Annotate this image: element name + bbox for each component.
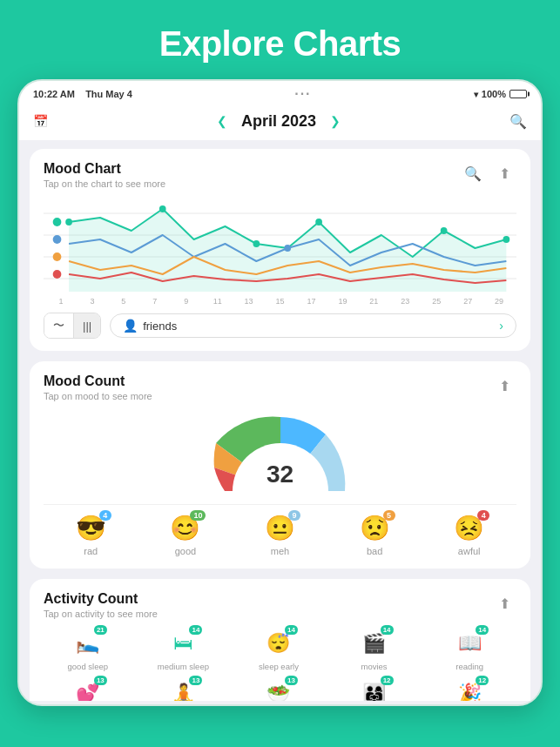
chart-label-3: 3	[77, 297, 108, 306]
nav-month-year: April 2023	[241, 112, 316, 131]
activity-count-subtitle: Tap on activity to see more	[44, 609, 158, 619]
activity-item-sleep-early[interactable]: 😴 14 sleep early	[234, 628, 323, 671]
relax-badge: 13	[189, 676, 202, 685]
activity-icon-wrap: 🥗 13	[263, 678, 294, 701]
sleep-early-icon: 😴	[267, 632, 290, 655]
mood-label-good: good	[175, 546, 196, 556]
status-right: ▾ 100%	[474, 89, 527, 99]
chart-label-27: 27	[452, 297, 483, 306]
line-chart-button[interactable]: 〜	[44, 313, 73, 338]
svg-point-13	[53, 252, 62, 261]
status-time: 10:22 AM Thu May 4	[33, 89, 132, 99]
status-dots: ···	[294, 86, 311, 102]
chart-x-labels: 1 3 5 7 9 11 13 15 17 19 21 23 25 27 29	[44, 297, 516, 306]
battery-percent: 100%	[482, 89, 506, 99]
mood-item-bad[interactable]: 😟 5 bad	[360, 514, 390, 556]
activity-item-medium-sleep[interactable]: 🛏 14 medium sleep	[139, 628, 228, 671]
svg-point-7	[315, 219, 322, 225]
prev-month-button[interactable]: ❮	[210, 109, 234, 133]
mood-badge-rad: 4	[99, 510, 111, 521]
chart-toggle[interactable]: 〜 |||	[44, 313, 101, 339]
wifi-icon: ▾	[474, 90, 478, 99]
svg-point-8	[441, 227, 448, 234]
activity-item-eat-healthy[interactable]: 🥗 13 eat healthy	[234, 678, 323, 701]
eat-healthy-icon: 🥗	[267, 683, 290, 701]
date-icon: 💕	[76, 683, 99, 701]
good-sleep-icon: 🛌	[76, 632, 99, 655]
mood-badge-good: 10	[190, 510, 206, 521]
party-icon: 🎉	[458, 683, 482, 701]
next-month-button[interactable]: ❯	[323, 109, 347, 133]
share-icon[interactable]: ⬆	[492, 161, 516, 185]
friends-filter-button[interactable]: 👤 friends ›	[110, 313, 516, 338]
mood-item-good[interactable]: 😊 10 good	[170, 514, 200, 556]
activity-item-party[interactable]: 🎉 12 party	[425, 678, 514, 701]
activity-icon-wrap: 🛏 14	[167, 628, 199, 659]
mood-label-awful: awful	[458, 546, 481, 556]
chart-label-13: 13	[233, 297, 265, 306]
mood-item-rad[interactable]: 😎 4 rad	[76, 514, 106, 556]
mood-item-awful[interactable]: 😣 4 awful	[454, 514, 484, 556]
activity-item-family[interactable]: 👨‍👩‍👧 12 family	[330, 678, 419, 701]
activity-count-title: Activity Count	[44, 591, 158, 607]
activity-icon-wrap: 🎬 14	[359, 628, 390, 659]
sleep-early-label: sleep early	[259, 662, 299, 671]
activity-item-date[interactable]: 💕 13 date	[44, 678, 132, 701]
friends-arrow-icon: ›	[499, 319, 503, 333]
mood-chart-card: Mood Chart Tap on the chart to see more …	[30, 149, 530, 351]
activity-count-titles: Activity Count Tap on activity to see mo…	[44, 591, 158, 619]
mood-count-titles: Mood Count Tap on mood to see more	[44, 374, 152, 401]
relax-icon: 🧘	[172, 683, 195, 701]
mood-count-header: Mood Count Tap on mood to see more ⬆	[44, 374, 516, 401]
chart-label-11: 11	[202, 297, 233, 306]
eat-healthy-badge: 13	[285, 676, 298, 685]
family-icon: 👨‍👩‍👧	[362, 683, 386, 701]
svg-point-5	[159, 205, 166, 212]
mood-chart-actions: 🔍 ⬆	[461, 161, 516, 185]
friends-icon: 👤	[123, 319, 138, 333]
activity-grid: 🛌 21 good sleep 🛏 14 medium sleep 😴 1	[44, 628, 516, 701]
good-sleep-label: good sleep	[68, 662, 108, 671]
chart-label-15: 15	[265, 297, 296, 306]
activity-icon-wrap: 💕 13	[72, 678, 104, 701]
scroll-area[interactable]: Mood Chart Tap on the chart to see more …	[19, 140, 541, 701]
svg-point-11	[53, 218, 62, 226]
svg-point-4	[65, 219, 72, 225]
mood-label-bad: bad	[367, 546, 382, 556]
medium-sleep-badge: 14	[189, 625, 202, 635]
date-badge: 13	[94, 676, 107, 685]
chart-label-1: 1	[45, 297, 77, 306]
chart-label-25: 25	[421, 297, 452, 306]
mood-count-share-icon[interactable]: ⬆	[492, 374, 516, 398]
movies-badge: 14	[381, 625, 394, 635]
medium-sleep-label: medium sleep	[158, 662, 209, 671]
activity-count-share-icon[interactable]: ⬆	[492, 591, 516, 616]
mood-donut-container: 32	[44, 408, 516, 495]
activity-item-movies[interactable]: 🎬 14 movies	[330, 628, 419, 671]
mood-chart-subtitle: Tap on the chart to see more	[44, 178, 165, 189]
mood-chart-header: Mood Chart Tap on the chart to see more …	[44, 161, 516, 189]
reading-label: reading	[455, 662, 483, 671]
movies-icon: 🎬	[362, 632, 386, 655]
mood-item-meh[interactable]: 😐 9 meh	[265, 514, 295, 556]
medium-sleep-icon: 🛏	[173, 632, 192, 655]
calendar-icon[interactable]: 📅	[33, 114, 48, 128]
search-icon[interactable]: 🔍	[509, 113, 527, 130]
zoom-icon[interactable]: 🔍	[461, 161, 485, 185]
svg-point-10	[284, 245, 291, 252]
mood-badge-meh: 9	[288, 510, 300, 521]
activity-item-reading[interactable]: 📖 14 reading	[425, 628, 514, 671]
nav-center: ❮ April 2023 ❯	[210, 109, 347, 133]
sleep-early-badge: 14	[285, 625, 298, 635]
friends-left: 👤 friends	[123, 319, 177, 333]
chart-label-29: 29	[483, 297, 515, 306]
activity-item-good-sleep[interactable]: 🛌 21 good sleep	[44, 628, 132, 671]
bar-chart-button[interactable]: |||	[74, 313, 100, 338]
activity-item-relax[interactable]: 🧘 13 relax	[139, 678, 228, 701]
activity-icon-wrap: 📖 14	[454, 628, 485, 659]
header-section: Explore Charts	[0, 0, 560, 79]
reading-icon: 📖	[458, 632, 482, 655]
chart-label-5: 5	[108, 297, 139, 306]
mood-chart-container[interactable]	[44, 196, 516, 292]
chart-label-23: 23	[389, 297, 421, 306]
